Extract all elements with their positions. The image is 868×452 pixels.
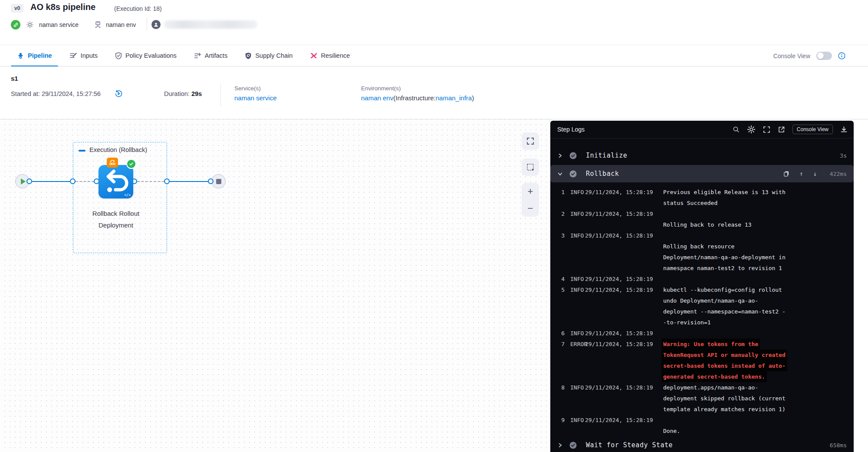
zoom-in-button[interactable]: + — [528, 187, 533, 196]
log-timestamp: 29/11/2024, 15:28:19 — [585, 328, 653, 339]
log-level: INFO — [570, 187, 584, 198]
log-line-number: 6 — [556, 328, 565, 339]
step-logs-header: Step Logs Console View — [550, 121, 854, 139]
log-row: secret-based tokens instead of auto- — [550, 360, 854, 371]
log-section-wait-for-steady-state[interactable]: Wait for Steady State 658ms — [550, 437, 854, 452]
step-logs-panel: Step Logs Console View Initialize 3s Rol… — [550, 121, 854, 452]
log-row: 3 INFO 29/11/2024, 15:28:19 — [550, 230, 854, 241]
tab-artifacts[interactable]: Artifacts — [188, 45, 233, 66]
log-timestamp: 29/11/2024, 15:28:19 — [585, 187, 653, 198]
execution-id: (Execution Id: 18) — [114, 5, 162, 12]
port — [164, 178, 170, 184]
log-message: template already matches revision 1) — [663, 404, 786, 415]
log-message: Done. — [663, 426, 680, 436]
log-fullscreen-icon[interactable] — [763, 126, 770, 133]
zoom-controls: + − — [522, 183, 539, 217]
log-row: -to-revision=1 — [550, 317, 854, 328]
execution-history-icon[interactable] — [115, 89, 123, 98]
group-title: Execution (Rollback) — [89, 146, 147, 153]
chevron-right-icon[interactable] — [557, 442, 564, 448]
log-message: Rolling back to release 13 — [663, 219, 752, 230]
execution-header: v0 AO k8s pipeline (Execution Id: 18) na… — [0, 0, 868, 45]
log-output: 1 INFO 29/11/2024, 15:28:19 Previous eli… — [550, 187, 854, 436]
execution-tab-bar: Pipeline Inputs Policy Evaluations Artif… — [0, 45, 868, 66]
log-message: Rolling back resource — [663, 241, 734, 252]
redacted-user-text — [164, 20, 257, 29]
log-section-rollback[interactable]: Rollback ↑ ↓ 422ms — [550, 165, 854, 182]
version-badge: v0 — [11, 4, 23, 13]
pipeline-canvas[interactable]: Execution (Rollback) </> Rollback Rollou… — [0, 119, 550, 452]
log-timestamp: 29/11/2024, 15:28:19 — [585, 284, 653, 295]
log-line-number: 8 — [556, 382, 565, 393]
section-duration: 3s — [840, 152, 847, 159]
tab-icon — [194, 53, 201, 59]
scroll-to-bottom-icon[interactable]: ↓ — [813, 170, 816, 177]
environments-label: Environment(s) — [361, 85, 401, 92]
console-view-toggle[interactable] — [816, 52, 832, 60]
open-in-new-icon[interactable] — [778, 126, 785, 133]
code-tag-label: </> — [125, 193, 131, 197]
environment-icon — [94, 20, 102, 29]
log-row: 8 INFO 29/11/2024, 15:28:19 deployment.a… — [550, 382, 854, 393]
zoom-out-button[interactable]: − — [528, 204, 533, 213]
log-timestamp: 29/11/2024, 15:28:19 — [585, 382, 653, 393]
edge-start-to-group — [32, 181, 70, 182]
console-view-label: Console View — [773, 53, 810, 59]
log-row: status Succeeded — [550, 198, 854, 208]
tab-icon — [115, 52, 122, 59]
log-message: namespace naman-test2 to revision 1 — [663, 263, 782, 274]
log-message: deployment skipped rollback (current — [663, 393, 786, 404]
log-line-number: 3 — [556, 230, 565, 241]
log-message: kubectl --kubeconfig=config rollout — [663, 284, 782, 295]
log-row: namespace naman-test2 to revision 1 — [550, 263, 854, 274]
log-row: deployment --namespace=naman-test2 - — [550, 306, 854, 317]
log-row: Rolling back to release 13 — [550, 219, 854, 230]
rollback-step-node[interactable]: </> — [99, 165, 133, 198]
toggle-knob — [817, 53, 824, 59]
chevron-down-icon[interactable] — [557, 171, 564, 177]
marquee-select-button[interactable] — [522, 158, 539, 176]
copy-logs-icon[interactable] — [783, 171, 789, 177]
info-icon[interactable] — [838, 52, 845, 59]
log-line-number: 1 — [556, 187, 565, 198]
log-message: deployment.apps/naman-qa-ao- — [663, 382, 758, 393]
log-level: INFO — [570, 208, 584, 219]
step-node-label: Rollback Rollout Deployment — [83, 208, 148, 231]
tab-pipeline[interactable]: Pipeline — [11, 45, 58, 66]
service-link[interactable]: naman service — [234, 94, 277, 102]
log-row: 6 INFO 29/11/2024, 15:28:19 — [550, 328, 854, 339]
log-search-icon[interactable] — [733, 126, 740, 133]
tab-resilience[interactable]: Resilience — [304, 45, 356, 66]
header-environment-name[interactable]: naman env — [106, 21, 136, 28]
app-window: v0 AO k8s pipeline (Execution Id: 18) na… — [0, 0, 868, 452]
stage-name: s1 — [11, 75, 18, 82]
log-section-initialize[interactable]: Initialize 3s — [550, 147, 854, 164]
log-row: template already matches revision 1) — [550, 404, 854, 415]
environment-name-link[interactable]: naman env — [361, 94, 393, 102]
log-message: undo Deployment/naman-qa-ao- — [663, 295, 758, 306]
fit-to-screen-button[interactable] — [522, 132, 539, 150]
log-message: generated secret-based tokens. — [661, 371, 767, 382]
tab-policy-evaluations[interactable]: Policy Evaluations — [109, 45, 183, 66]
log-line-number: 5 — [556, 284, 565, 295]
rollout-badge-icon — [107, 158, 118, 168]
chevron-right-icon[interactable] — [557, 153, 564, 158]
log-row: 4 INFO 29/11/2024, 15:28:19 — [550, 274, 854, 284]
download-logs-icon[interactable] — [840, 126, 848, 133]
log-settings-icon[interactable] — [747, 125, 756, 134]
scroll-to-top-icon[interactable]: ↑ — [799, 170, 803, 177]
collapse-group-button[interactable] — [79, 150, 85, 152]
log-level: INFO — [570, 328, 584, 339]
infrastructure-link[interactable]: naman_infra — [436, 94, 472, 102]
log-line-number: 4 — [556, 274, 565, 284]
console-view-button[interactable]: Console View — [792, 125, 833, 134]
log-message: deployment --namespace=naman-test2 - — [663, 306, 786, 317]
log-message: Deployment/naman-qa-ao-deployment in — [663, 252, 786, 263]
log-message: TokenRequest API or manually created — [661, 350, 787, 360]
header-service-name[interactable]: naman service — [39, 21, 79, 28]
success-check-icon — [126, 159, 136, 169]
tab-supply-chain[interactable]: Supply Chain — [239, 45, 299, 66]
tab-inputs[interactable]: Inputs — [63, 45, 104, 66]
services-label: Service(s) — [234, 85, 261, 92]
log-row: 2 INFO 29/11/2024, 15:28:19 — [550, 208, 854, 219]
